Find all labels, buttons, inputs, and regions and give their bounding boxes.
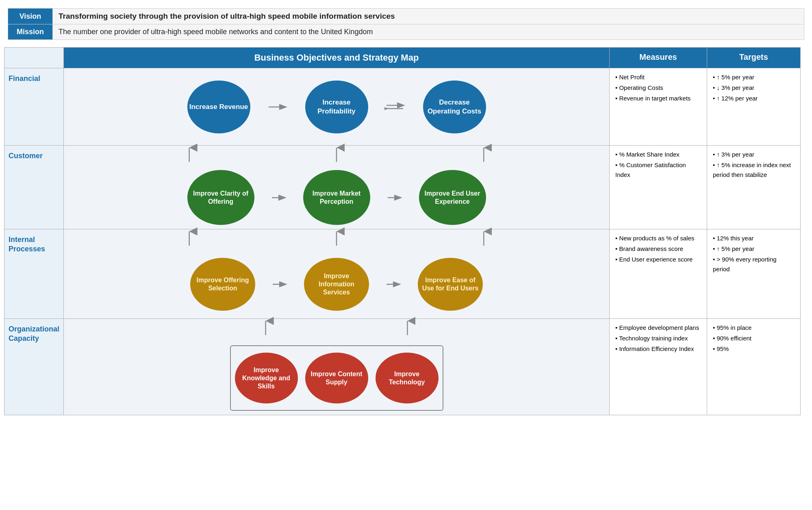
- internal-targets-list: 12% this year ↑ 5% per year > 90% every …: [713, 233, 795, 274]
- internal-measure-1: New products as % of sales: [615, 233, 701, 243]
- customer-target-2: ↑ 5% increase in index next period then …: [713, 160, 795, 180]
- org-map-cell: Improve Knowledge and Skills Improve Con…: [64, 319, 610, 415]
- targets-header: Targets: [707, 48, 801, 68]
- financial-ellipses-row: Increase Revenue Increase Profitability: [187, 81, 486, 133]
- org-capacity-box: Improve Knowledge and Skills Improve Con…: [230, 345, 443, 411]
- internal-map-cell: Improve Offering Selection Improve Infor…: [64, 229, 610, 319]
- map-header: Business Objectives and Strategy Map: [64, 48, 610, 68]
- improve-offering-ellipse: Improve Offering Selection: [190, 258, 255, 311]
- measures-header: Measures: [610, 48, 707, 68]
- internal-label: Internal Processes: [9, 235, 45, 253]
- internal-measure-3: End User experience score: [615, 255, 701, 264]
- financial-label-cell: Financial: [4, 68, 64, 146]
- internal-target-2: ↑ 5% per year: [713, 244, 795, 254]
- customer-row: Customer Im: [4, 146, 801, 229]
- customer-ellipses-row: Improve Clarity of Offering Improve Mark…: [187, 170, 486, 225]
- financial-map-section: Increase Revenue Increase Profitability: [67, 72, 606, 141]
- arrow-offer-to-info: [271, 276, 288, 292]
- internal-map-section: Improve Offering Selection Improve Infor…: [67, 233, 606, 314]
- org-measure-3: Information Efficiency Index: [615, 344, 701, 354]
- org-label-cell: Organizational Capacity: [4, 319, 64, 415]
- financial-target-2: ↓ 3% per year: [713, 83, 795, 93]
- customer-measures-list: % Market Share Index % Customer Satisfac…: [615, 150, 701, 180]
- arrow-prof-to-costs: [384, 99, 407, 115]
- org-target-2: 90% efficient: [713, 333, 795, 343]
- internal-target-1: 12% this year: [713, 233, 795, 243]
- customer-target-1: ↑ 3% per year: [713, 150, 795, 159]
- improve-info-ellipse: Improve Information Services: [304, 258, 369, 311]
- org-measures-cell: Employee development plans Technology tr…: [610, 319, 707, 415]
- internal-label-cell: Internal Processes: [4, 229, 64, 319]
- decrease-costs-ellipse: Decrease Operating Costs: [423, 81, 486, 133]
- internal-measure-2: Brand awareness score: [615, 244, 701, 254]
- customer-map-cell: Improve Clarity of Offering Improve Mark…: [64, 146, 610, 229]
- vision-label: Vision: [8, 9, 53, 24]
- internal-measures-cell: New products as % of sales Brand awarene…: [610, 229, 707, 319]
- org-measure-1: Employee development plans: [615, 323, 701, 333]
- arrow-info-to-ease: [385, 276, 402, 292]
- improve-content-ellipse: Improve Content Supply: [305, 353, 368, 403]
- financial-label: Financial: [9, 74, 40, 83]
- mission-text: The number one provider of ultra-high sp…: [53, 24, 804, 40]
- mission-label: Mission: [8, 24, 53, 40]
- customer-measure-1: % Market Share Index: [615, 150, 701, 159]
- org-targets-cell: 95% in place 90% efficient 95%: [707, 319, 801, 415]
- org-row: Organizational Capacity Improve Knowledg…: [4, 319, 801, 415]
- org-measures-list: Employee development plans Technology tr…: [615, 323, 701, 354]
- financial-measures-cell: Net Profit Operating Costs Revenue in ta…: [610, 68, 707, 146]
- financial-target-1: ↑ 5% per year: [713, 72, 795, 82]
- vision-text: Transforming society through the provisi…: [53, 9, 804, 24]
- financial-row: Financial Increase Revenue: [4, 68, 801, 146]
- customer-measure-2: % Customer Satisfaction Index: [615, 160, 701, 180]
- vision-row: Vision Transforming society through the …: [8, 9, 804, 24]
- improve-knowledge-ellipse: Improve Knowledge and Skills: [235, 353, 298, 403]
- arrow-rev-to-prof: [267, 99, 289, 115]
- arrow-market-to-enduser: [386, 190, 403, 206]
- outer-table: Vision Transforming society through the …: [8, 8, 804, 40]
- customer-targets-list: ↑ 3% per year ↑ 5% increase in index nex…: [713, 150, 795, 180]
- internal-ellipses-row: Improve Offering Selection Improve Infor…: [190, 258, 483, 311]
- internal-target-3: > 90% every reporting period: [713, 255, 795, 274]
- customer-targets-cell: ↑ 3% per year ↑ 5% increase in index nex…: [707, 146, 801, 229]
- header-row: Business Objectives and Strategy Map Mea…: [4, 48, 801, 68]
- financial-target-3: ↑ 12% per year: [713, 94, 795, 103]
- increase-profitability-ellipse: Increase Profitability: [305, 81, 368, 133]
- financial-measures-list: Net Profit Operating Costs Revenue in ta…: [615, 72, 701, 103]
- improve-technology-ellipse: Improve Technology: [376, 353, 439, 403]
- improve-clarity-ellipse: Improve Clarity of Offering: [187, 170, 254, 225]
- strategy-map-table: Business Objectives and Strategy Map Mea…: [4, 47, 801, 415]
- org-label: Organizational Capacity: [9, 325, 59, 342]
- financial-targets-list: ↑ 5% per year ↓ 3% per year ↑ 12% per ye…: [713, 72, 795, 103]
- financial-measure-1: Net Profit: [615, 72, 701, 82]
- internal-measures-list: New products as % of sales Brand awarene…: [615, 233, 701, 264]
- org-measure-2: Technology training index: [615, 333, 701, 343]
- org-map-section: Improve Knowledge and Skills Improve Con…: [67, 323, 606, 411]
- customer-label-cell: Customer: [4, 146, 64, 229]
- internal-row: Internal Processes Improve Offering Sele…: [4, 229, 801, 319]
- customer-measures-cell: % Market Share Index % Customer Satisfac…: [610, 146, 707, 229]
- mission-row: Mission The number one provider of ultra…: [8, 24, 804, 40]
- improve-market-ellipse: Improve Market Perception: [303, 170, 370, 225]
- org-target-3: 95%: [713, 344, 795, 354]
- improve-enduser-ellipse: Improve End User Experience: [419, 170, 486, 225]
- customer-label: Customer: [9, 152, 43, 160]
- improve-ease-ellipse: Improve Ease of Use for End Users: [418, 258, 483, 311]
- financial-measure-3: Revenue in target markets: [615, 94, 701, 103]
- financial-measure-2: Operating Costs: [615, 83, 701, 93]
- internal-targets-cell: 12% this year ↑ 5% per year > 90% every …: [707, 229, 801, 319]
- financial-targets-cell: ↑ 5% per year ↓ 3% per year ↑ 12% per ye…: [707, 68, 801, 146]
- org-targets-list: 95% in place 90% efficient 95%: [713, 323, 795, 354]
- financial-map-cell: Increase Revenue Increase Profitability: [64, 68, 610, 146]
- customer-map-section: Improve Clarity of Offering Improve Mark…: [67, 150, 606, 225]
- org-target-1: 95% in place: [713, 323, 795, 333]
- arrow-clarity-to-market: [271, 190, 287, 206]
- increase-revenue-ellipse: Increase Revenue: [187, 81, 250, 133]
